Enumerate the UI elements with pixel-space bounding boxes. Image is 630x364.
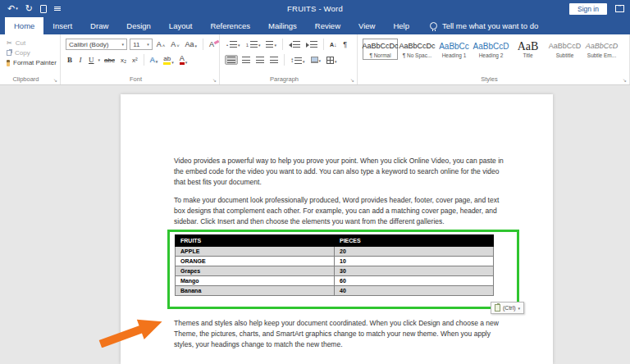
tab-design[interactable]: Design bbox=[117, 17, 160, 34]
cell-pieces[interactable]: 30 bbox=[335, 266, 494, 276]
align-left-button[interactable] bbox=[225, 55, 238, 65]
font-color-button[interactable]: A▾ bbox=[178, 54, 189, 66]
chevron-down-icon: ▾ bbox=[122, 42, 125, 47]
increase-indent-button[interactable] bbox=[304, 40, 319, 48]
align-right-button[interactable] bbox=[254, 56, 266, 64]
shrink-font-button[interactable]: A bbox=[169, 39, 180, 49]
grow-font-button[interactable]: A bbox=[155, 39, 167, 49]
underline-label: U bbox=[89, 56, 94, 64]
superscript-button[interactable]: x² bbox=[130, 56, 139, 65]
tab-references[interactable]: References bbox=[201, 17, 259, 34]
bold-button[interactable]: B bbox=[66, 55, 74, 65]
paste-options-icon bbox=[495, 304, 500, 312]
document-page[interactable]: Video provides a powerful way to help yo… bbox=[121, 94, 553, 364]
clipboard-dialog-launcher-icon[interactable]: ↘ bbox=[53, 78, 57, 83]
header-pieces[interactable]: PIECES bbox=[335, 235, 494, 247]
text-effects-button[interactable]: A▾ bbox=[148, 55, 160, 65]
paste-options-button[interactable]: (Ctrl) ▾ bbox=[491, 302, 524, 314]
style-subtle-emphasis[interactable]: AaBbCcD Subtle Em... bbox=[584, 39, 619, 60]
cell-pieces[interactable]: 10 bbox=[335, 257, 494, 266]
tab-layout[interactable]: Layout bbox=[160, 17, 202, 34]
cell-fruit[interactable]: Banana bbox=[176, 286, 335, 296]
redo-icon[interactable]: ↻ bbox=[25, 4, 33, 13]
styles-group: AaBbCcDc ¶ Normal AaBbCcDc ¶ No Spac... … bbox=[358, 34, 630, 84]
highlight-icon: ab bbox=[163, 55, 171, 65]
bullets-button[interactable]: •▾ bbox=[225, 40, 242, 48]
borders-button[interactable]: ▾ bbox=[325, 56, 339, 65]
underline-button[interactable]: U bbox=[87, 55, 96, 65]
font-size-value: 11 bbox=[133, 41, 139, 48]
quick-access-toolbar: ↶▾ ↻ bbox=[0, 4, 61, 13]
change-case-button[interactable]: Aa▾ bbox=[184, 39, 199, 49]
style-heading-2[interactable]: AaBbCcD Heading 2 bbox=[473, 39, 509, 60]
sign-in-button[interactable]: Sign in bbox=[569, 3, 607, 15]
subscript-button[interactable]: x₂ bbox=[119, 56, 128, 65]
show-hide-pilcrow-button[interactable]: ¶ bbox=[341, 39, 349, 49]
font-size-select[interactable]: 11 ▾ bbox=[130, 39, 153, 50]
tab-review[interactable]: Review bbox=[306, 17, 349, 34]
align-center-button[interactable] bbox=[240, 56, 252, 64]
cut-label: Cut bbox=[16, 39, 25, 47]
style-label: Subtle Em... bbox=[587, 52, 616, 58]
chevron-down-icon: ▾ bbox=[518, 306, 521, 311]
numbering-button[interactable]: 1▾ bbox=[244, 40, 262, 48]
customize-quick-access-icon[interactable] bbox=[54, 7, 61, 11]
paste-options-label: (Ctrl) bbox=[503, 305, 516, 311]
font-name-select[interactable]: Calibri (Body) ▾ bbox=[66, 39, 127, 50]
style-no-spacing[interactable]: AaBbCcDc ¶ No Spac... bbox=[399, 39, 435, 60]
font-name-value: Calibri (Body) bbox=[69, 41, 108, 48]
shading-button[interactable]: ▾ bbox=[309, 56, 323, 64]
tab-help[interactable]: Help bbox=[384, 17, 418, 34]
cut-button[interactable]: ✂ Cut bbox=[7, 39, 57, 47]
tab-mailings[interactable]: Mailings bbox=[259, 17, 306, 34]
tab-view[interactable]: View bbox=[349, 17, 384, 34]
ribbon-display-options-icon[interactable] bbox=[615, 5, 624, 12]
chevron-down-icon: ▾ bbox=[147, 42, 149, 47]
tell-me-box[interactable]: Tell me what you want to do bbox=[430, 17, 538, 34]
paragraph-dialog-launcher-icon[interactable]: ↘ bbox=[350, 78, 354, 83]
style-label: Heading 2 bbox=[479, 52, 504, 58]
paragraph-3[interactable]: Themes and styles also help keep your do… bbox=[174, 318, 508, 350]
underline-caret-icon[interactable]: ▾ bbox=[98, 57, 101, 62]
cell-pieces[interactable]: 40 bbox=[335, 286, 494, 296]
style-heading-1[interactable]: AaBbCc Heading 1 bbox=[436, 39, 472, 60]
tab-insert[interactable]: Insert bbox=[43, 17, 81, 34]
multilevel-list-button[interactable]: ▾ bbox=[264, 40, 278, 48]
tab-home[interactable]: Home bbox=[5, 17, 43, 34]
text-highlight-button[interactable]: ab▾ bbox=[162, 54, 175, 66]
paragraph-2[interactable]: To make your document look professionall… bbox=[174, 195, 508, 227]
copy-button[interactable]: Copy bbox=[7, 49, 57, 57]
multilevel-list-icon bbox=[266, 41, 273, 48]
style-subtitle[interactable]: AaBbCcD Subtitle bbox=[547, 39, 582, 60]
new-document-icon[interactable] bbox=[40, 5, 47, 13]
tab-draw[interactable]: Draw bbox=[81, 17, 117, 34]
line-spacing-button[interactable]: ↕▾ bbox=[289, 56, 307, 65]
styles-dialog-launcher-icon[interactable]: ↘ bbox=[623, 78, 627, 83]
clear-formatting-button[interactable]: A bbox=[208, 39, 216, 49]
paragraph-1[interactable]: Video provides a powerful way to help yo… bbox=[174, 156, 508, 188]
cell-pieces[interactable]: 60 bbox=[335, 276, 494, 286]
strikethrough-button[interactable]: abc bbox=[103, 56, 116, 65]
header-fruits[interactable]: FRUITS bbox=[176, 235, 335, 247]
font-dialog-launcher-icon[interactable]: ↘ bbox=[212, 78, 217, 83]
font-group: Calibri (Body) ▾ 11 ▾ A A Aa▾ A B I U ▾ … bbox=[61, 34, 220, 84]
decrease-indent-button[interactable] bbox=[287, 40, 302, 48]
copy-icon bbox=[7, 50, 11, 56]
cell-fruit[interactable]: APPLE bbox=[176, 247, 335, 257]
format-painter-button[interactable]: Format Painter bbox=[7, 59, 57, 66]
justify-button[interactable] bbox=[268, 56, 280, 64]
style-title[interactable]: AaB Title bbox=[510, 39, 546, 60]
cell-fruit[interactable]: ORANGE bbox=[176, 257, 335, 266]
style-sample: AaB bbox=[518, 41, 539, 52]
style-normal[interactable]: AaBbCcDc ¶ Normal bbox=[363, 39, 398, 60]
cell-pieces[interactable]: 20 bbox=[335, 247, 494, 257]
style-label: ¶ No Spac... bbox=[403, 52, 432, 58]
italic-button[interactable]: I bbox=[76, 55, 84, 65]
table-highlight-box: FRUITS PIECES APPLE 20 ORANGE 10 bbox=[167, 230, 519, 309]
cell-fruit[interactable]: Mango bbox=[176, 276, 335, 286]
undo-icon[interactable]: ↶▾ bbox=[7, 4, 18, 13]
cell-fruit[interactable]: Grapes bbox=[176, 266, 335, 276]
sort-button[interactable]: A↓ bbox=[328, 41, 339, 48]
style-sample: AaBbCcDc bbox=[399, 41, 436, 52]
fruits-table[interactable]: FRUITS PIECES APPLE 20 ORANGE 10 bbox=[175, 234, 494, 296]
